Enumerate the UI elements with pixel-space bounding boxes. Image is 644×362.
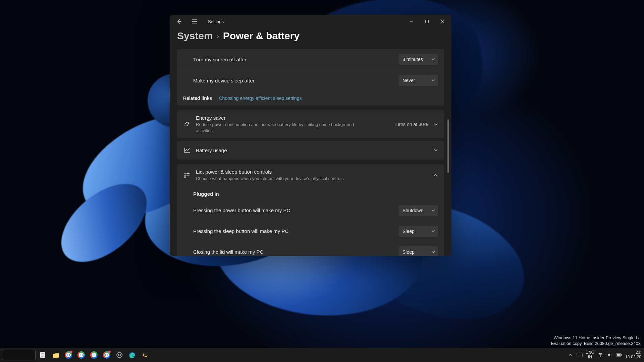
screen-off-value: 3 minutes	[402, 57, 428, 62]
device-sleep-label: Make my device sleep after	[193, 78, 394, 83]
svg-rect-10	[184, 175, 185, 176]
back-button[interactable]	[174, 16, 184, 27]
chevron-right-icon: ›	[217, 33, 219, 40]
tray-keyboard-icon[interactable]	[576, 352, 583, 358]
chevron-down-icon	[431, 78, 435, 82]
energy-saver-expander[interactable]: Energy saver Reduce power consumption an…	[177, 110, 444, 138]
maximize-icon	[425, 19, 429, 23]
battery-icon[interactable]	[616, 352, 623, 358]
device-sleep-value: Never	[402, 78, 428, 83]
taskbar-app-chrome-4[interactable]	[101, 350, 112, 360]
list-settings-icon	[183, 172, 191, 179]
minimize-icon	[410, 19, 414, 23]
breadcrumb: System › Power & battery	[177, 30, 444, 42]
hamburger-icon	[192, 19, 197, 24]
svg-rect-12	[184, 177, 185, 178]
close-lid-dropdown[interactable]: Sleep	[398, 246, 438, 256]
sleep-settings-link[interactable]: Choosing energy efficient sleep settings	[219, 96, 302, 101]
window-title: Settings	[208, 19, 224, 24]
battery-usage-title: Battery usage	[196, 147, 429, 153]
screen-off-row: Turn my screen off after 3 minutes	[177, 49, 444, 70]
lid-controls-expander[interactable]: Lid, power & sleep button controls Choos…	[177, 164, 444, 186]
related-links-label: Related links	[183, 96, 212, 101]
sleep-button-dropdown[interactable]: Sleep	[398, 226, 438, 237]
breadcrumb-root[interactable]: System	[177, 30, 213, 42]
sleep-button-row: Pressing the sleep button will make my P…	[177, 221, 444, 242]
lid-controls-desc: Choose what happens when you interact wi…	[196, 176, 370, 182]
screen-sleep-group: Turn my screen off after 3 minutes Make …	[177, 49, 444, 106]
power-button-value: Shutdown	[402, 208, 428, 213]
taskbar-app-mobaxterm[interactable]	[140, 350, 150, 360]
chevron-down-icon	[431, 229, 435, 233]
taskbar-app-edge[interactable]	[127, 350, 138, 360]
close-lid-row: Closing the lid will make my PC Sleep	[177, 242, 444, 256]
svg-point-42	[106, 354, 108, 356]
chevron-down-icon	[431, 57, 435, 61]
leaf-icon	[183, 121, 191, 128]
chevron-down-icon	[431, 208, 435, 213]
minimize-button[interactable]	[404, 16, 419, 27]
tray-overflow-chevron[interactable]	[567, 352, 574, 358]
close-button[interactable]	[435, 16, 450, 27]
svg-rect-52	[577, 353, 582, 357]
plugged-in-header: Plugged in	[177, 186, 444, 200]
taskbar-app-explorer[interactable]	[50, 350, 61, 360]
lid-controls-card: Lid, power & sleep button controls Choos…	[177, 164, 444, 256]
power-button-label: Pressing the power button will make my P…	[193, 207, 394, 213]
settings-window: Settings System › Power & battery Turn m…	[170, 15, 451, 256]
battery-usage-expander[interactable]: Battery usage	[177, 141, 444, 160]
svg-point-24	[67, 354, 69, 356]
taskbar-app-chrome-3[interactable]	[89, 350, 99, 360]
wifi-icon[interactable]	[597, 352, 604, 358]
maximize-button[interactable]	[419, 16, 435, 27]
chevron-up-icon	[568, 353, 572, 357]
energy-saver-title: Energy saver	[196, 115, 389, 121]
svg-rect-56	[622, 354, 622, 356]
taskbar-app-notepad[interactable]	[38, 350, 48, 360]
close-lid-value: Sleep	[402, 249, 428, 255]
sleep-button-value: Sleep	[402, 229, 428, 234]
power-button-row: Pressing the power button will make my P…	[177, 200, 444, 221]
svg-rect-50	[142, 352, 148, 358]
taskbar[interactable]: ENGIN 23:18-03-20	[0, 348, 644, 362]
chart-line-icon	[183, 147, 191, 154]
chevron-down-icon	[431, 250, 435, 254]
svg-point-43	[117, 352, 122, 358]
device-sleep-dropdown[interactable]: Never	[398, 75, 438, 86]
screen-off-dropdown[interactable]: 3 minutes	[398, 54, 438, 65]
scrollbar[interactable]	[447, 119, 449, 217]
titlebar[interactable]: Settings	[170, 15, 451, 28]
keyboard-icon	[577, 353, 583, 357]
energy-saver-status: Turns on at 30%	[394, 122, 428, 127]
windows-watermark: Windows 11 Home Insider Preview Single L…	[551, 335, 641, 347]
screen-off-label: Turn my screen off after	[193, 57, 394, 62]
close-lid-label: Closing the lid will make my PC	[193, 249, 394, 255]
svg-point-30	[80, 354, 82, 356]
chevron-down-icon	[433, 122, 438, 127]
taskbar-app-settings[interactable]	[114, 350, 125, 360]
sleep-button-label: Pressing the sleep button will make my P…	[193, 228, 394, 234]
taskbar-app-chrome-1[interactable]	[63, 350, 74, 360]
svg-rect-18	[53, 354, 59, 358]
settings-scroll-area[interactable]: Turn my screen off after 3 minutes Make …	[177, 49, 449, 256]
svg-point-54	[600, 356, 601, 357]
svg-point-44	[118, 354, 120, 356]
close-icon	[440, 19, 444, 23]
language-indicator[interactable]: ENGIN	[586, 350, 594, 360]
chevron-down-icon	[433, 148, 438, 153]
energy-saver-desc: Reduce power consumption and increase ba…	[196, 122, 370, 133]
nav-menu-button[interactable]	[189, 16, 200, 27]
taskbar-app-chrome-2[interactable]	[76, 350, 87, 360]
svg-point-36	[93, 354, 95, 356]
page-title: Power & battery	[223, 30, 300, 42]
lid-controls-title: Lid, power & sleep button controls	[196, 169, 429, 175]
svg-rect-8	[184, 173, 185, 174]
svg-rect-57	[617, 354, 621, 356]
related-links-row: Related links Choosing energy efficient …	[177, 91, 444, 106]
start-search-box[interactable]	[2, 350, 36, 360]
arrow-left-icon	[176, 19, 182, 24]
clock[interactable]: 23:18-03-20	[625, 350, 641, 360]
power-button-dropdown[interactable]: Shutdown	[398, 205, 438, 216]
device-sleep-row: Make my device sleep after Never	[177, 70, 444, 91]
volume-icon[interactable]	[606, 352, 613, 358]
